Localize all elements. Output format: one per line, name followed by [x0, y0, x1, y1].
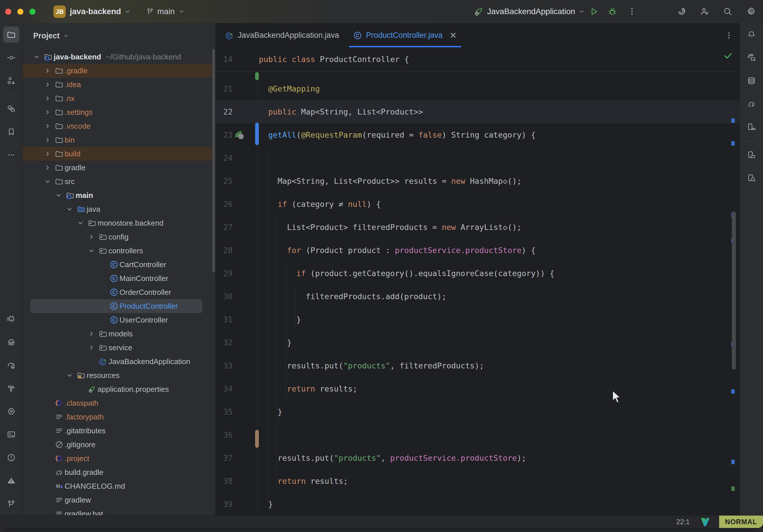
- tree-chevron-collapsed[interactable]: [43, 80, 52, 89]
- traffic-light-minimize[interactable]: [17, 9, 23, 15]
- tree-chevron-collapsed[interactable]: [43, 150, 52, 158]
- tree-chevron-expanded[interactable]: [43, 177, 52, 186]
- tree-chevron-collapsed[interactable]: [87, 343, 96, 352]
- code-line-38[interactable]: 38return results;: [216, 470, 740, 493]
- line-number[interactable]: 25: [216, 170, 233, 193]
- tree-chevron-collapsed[interactable]: [43, 122, 52, 130]
- code-line-23[interactable]: 23getAll(@RequestParam(required = false)…: [216, 124, 740, 147]
- line-number[interactable]: 30: [216, 285, 233, 308]
- code-line-29[interactable]: 29if (product.getCategory().equalsIgnore…: [216, 262, 740, 285]
- tree-item-main[interactable]: main: [23, 188, 216, 202]
- line-number[interactable]: 31: [216, 308, 233, 331]
- tree-item-javabackendapplication[interactable]: CJavaBackendApplication: [23, 355, 216, 369]
- services-button[interactable]: [0, 400, 23, 423]
- tree-item-config[interactable]: config: [23, 230, 216, 244]
- line-number[interactable]: 24: [216, 147, 233, 170]
- tree-chevron-expanded[interactable]: [87, 246, 96, 255]
- code-line-27[interactable]: 27List<Product> filteredProducts = new A…: [216, 216, 740, 239]
- ai-assistant-button[interactable]: [740, 46, 763, 69]
- problems-button[interactable]: [0, 446, 23, 469]
- tree-item-gitignore[interactable]: .gitignore: [23, 438, 216, 452]
- vim-mode-badge[interactable]: NORMAL: [719, 516, 763, 528]
- code-line-34[interactable]: 34return results;: [216, 377, 740, 400]
- line-number[interactable]: 37: [216, 447, 233, 470]
- tree-item-project[interactable]: .project: [23, 452, 216, 465]
- warnings-button[interactable]: [0, 469, 23, 492]
- traffic-light-close[interactable]: [5, 9, 11, 15]
- gradle-elephant-button[interactable]: [740, 92, 763, 115]
- tab-productcontroller-java[interactable]: CProductController.java✕: [349, 23, 461, 48]
- bookmarks-button[interactable]: [0, 120, 23, 144]
- tree-chevron-collapsed[interactable]: [43, 108, 52, 117]
- run-configuration-widget[interactable]: JavaBackendApplication: [474, 0, 586, 23]
- incognito-button[interactable]: [0, 331, 23, 354]
- tree-chevron-collapsed[interactable]: [87, 233, 96, 241]
- tree-chevron-expanded[interactable]: [65, 371, 74, 380]
- inspections-ok-widget[interactable]: [723, 51, 733, 62]
- line-number[interactable]: 35: [216, 400, 233, 424]
- line-number[interactable]: 23: [216, 124, 233, 147]
- tree-item-build-gradle[interactable]: build.gradle: [23, 465, 216, 479]
- editor-scrollbar[interactable]: [732, 211, 736, 370]
- profiler-button[interactable]: [0, 354, 23, 377]
- commit-button[interactable]: [0, 46, 23, 69]
- line-number[interactable]: 38: [216, 470, 233, 493]
- tree-item-bin[interactable]: bin: [23, 133, 216, 147]
- tree-item-productcontroller[interactable]: CProductController: [23, 299, 216, 313]
- line-number[interactable]: 29: [216, 262, 233, 285]
- tree-item-ordercontroller[interactable]: COrderController: [23, 285, 216, 299]
- line-number[interactable]: 26: [216, 193, 233, 216]
- ai-cat-button[interactable]: [0, 308, 23, 331]
- tree-chevron-collapsed[interactable]: [43, 66, 52, 75]
- project-header[interactable]: Project: [33, 28, 69, 43]
- project-widget[interactable]: java-backend: [70, 0, 131, 23]
- settings-button[interactable]: [746, 6, 756, 17]
- tree-item-idea[interactable]: .idea: [23, 78, 216, 91]
- ideavim-icon[interactable]: [700, 517, 710, 527]
- tree-chevron-collapsed[interactable]: [43, 136, 52, 144]
- tree-item-settings[interactable]: .settings: [23, 105, 216, 119]
- code-line-28[interactable]: 28for (Product product : productService.…: [216, 239, 740, 262]
- tree-item-nx[interactable]: .nx: [23, 91, 216, 105]
- caret-position-widget[interactable]: 22:1: [676, 518, 690, 526]
- close-icon[interactable]: ✕: [450, 30, 457, 41]
- build-layout-button[interactable]: [0, 97, 23, 120]
- tab-javabackendapplication-java[interactable]: CJavaBackendApplication.java: [222, 23, 342, 48]
- ai-assistant-button[interactable]: [676, 6, 687, 17]
- code-line-33[interactable]: 33results.put("products", filteredProduc…: [216, 354, 740, 377]
- tree-chevron-collapsed[interactable]: [43, 163, 52, 172]
- tree-chevron-expanded[interactable]: [65, 205, 74, 213]
- tree-item-controllers[interactable]: controllers: [23, 244, 216, 258]
- code-line-25[interactable]: 25Map<String, List<Product>> results = n…: [216, 170, 740, 193]
- tree-chevron-collapsed[interactable]: [43, 94, 52, 103]
- tree-item-gradlew[interactable]: gradlew: [23, 493, 216, 507]
- tree-item-gradlew-bat[interactable]: gradlew.bat: [23, 507, 216, 515]
- tree-item-build[interactable]: build: [23, 147, 216, 161]
- tree-item-gradle[interactable]: gradle: [23, 161, 216, 174]
- line-number[interactable]: 32: [216, 331, 233, 354]
- search-everywhere-button[interactable]: [722, 6, 733, 17]
- tree-item-java-backend[interactable]: java-backend~/Github/java-backend: [23, 50, 216, 64]
- code-line-32[interactable]: 32}: [216, 331, 740, 354]
- tree-item-src[interactable]: src: [23, 174, 216, 188]
- tree-chevron-expanded[interactable]: [32, 53, 41, 61]
- editor-options-button[interactable]: [724, 30, 734, 41]
- tree-item-gradle[interactable]: .gradle: [23, 64, 216, 78]
- tree-chevron-expanded[interactable]: [54, 191, 63, 200]
- tree-item-usercontroller[interactable]: CUserController: [23, 313, 216, 327]
- line-number[interactable]: 21: [216, 77, 233, 100]
- tree-chevron-collapsed[interactable]: [87, 330, 96, 338]
- tree-item-models[interactable]: models: [23, 327, 216, 341]
- project-folder-button[interactable]: [0, 23, 23, 46]
- line-number[interactable]: 28: [216, 239, 233, 262]
- database-button[interactable]: [740, 69, 763, 92]
- tree-item-cartcontroller[interactable]: CCartController: [23, 258, 216, 271]
- tree-chevron-expanded[interactable]: [76, 219, 85, 227]
- terminal-button[interactable]: [0, 423, 23, 446]
- vcs-branch-widget[interactable]: main: [146, 0, 185, 23]
- device-manager-button[interactable]: [740, 144, 763, 166]
- code-line-35[interactable]: 35}: [216, 400, 740, 424]
- code-line-24[interactable]: 24: [216, 147, 740, 170]
- run-button[interactable]: [589, 6, 599, 17]
- code-line-36[interactable]: 36: [216, 424, 740, 447]
